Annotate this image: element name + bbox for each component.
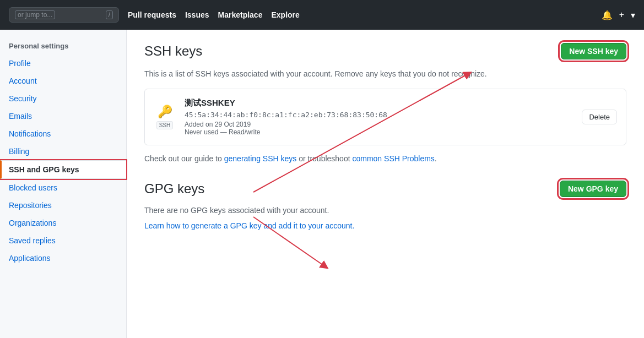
key-usage: Never used — Read/write [185,128,573,136]
search-shortcut: / [106,10,113,19]
sidebar-item-ssh-gpg[interactable]: SSH and GPG keys [0,160,126,179]
ssh-problems-link[interactable]: common SSH Problems [352,154,434,163]
gpg-title: GPG keys [144,181,204,197]
bell-icon[interactable]: 🔔 [602,10,613,20]
sidebar-header: Personal settings [0,39,126,54]
main-content: SSH keys New SSH key This is a list of S… [127,30,644,338]
sidebar-item-notifications[interactable]: Notifications [0,125,126,143]
sidebar-item-emails[interactable]: Emails [0,107,126,125]
sidebar: Personal settings Profile Account Securi… [0,30,127,338]
search-box[interactable]: or jump to... / [9,7,119,23]
ssh-info-text: This is a list of SSH keys associated wi… [144,68,626,80]
sidebar-item-blocked[interactable]: Blocked users [0,179,126,197]
sidebar-item-profile[interactable]: Profile [0,54,126,72]
navbar-links: Pull requests Issues Marketplace Explore [128,10,300,19]
navbar-right: 🔔 + ▾ [602,10,635,20]
search-placeholder: or jump to... [15,10,55,19]
chevron-down-icon[interactable]: ▾ [631,10,635,20]
ssh-section-header: SSH keys New SSH key [144,43,626,59]
nav-pull-requests[interactable]: Pull requests [128,10,176,19]
ssh-title: SSH keys [144,43,202,59]
sidebar-item-applications[interactable]: Applications [0,249,126,267]
gpg-empty-text: There are no GPG keys associated with yo… [144,206,626,215]
key-added: Added on 29 Oct 2019 [185,121,573,128]
gpg-learn-link-text: Learn how to generate a GPG key and add … [144,221,626,230]
sidebar-item-billing[interactable]: Billing [0,143,126,160]
key-type-badge: SSH [156,121,174,129]
generating-ssh-keys-link[interactable]: generating SSH keys [224,154,297,163]
ssh-guide-text: Check out our guide to generating SSH ke… [144,154,626,163]
sidebar-item-security[interactable]: Security [0,90,126,107]
navbar: or jump to... / Pull requests Issues Mar… [0,0,644,30]
sidebar-item-account[interactable]: Account [0,72,126,90]
sidebar-item-repositories[interactable]: Repositories [0,197,126,214]
key-name: 测试SSHKEY [185,98,573,108]
gpg-learn-link[interactable]: Learn how to generate a GPG key and add … [144,221,354,230]
gpg-section-header: GPG keys New GPG key [144,181,626,197]
sidebar-item-saved-replies[interactable]: Saved replies [0,232,126,249]
sidebar-item-organizations[interactable]: Organizations [0,214,126,232]
key-icon-wrapper: 🔑 SSH [154,105,176,129]
new-gpg-key-button[interactable]: New GPG key [560,181,626,197]
key-details: 测试SSHKEY 45:5a:34:44:ab:f0:8c:a1:fc:a2:e… [185,98,573,136]
nav-explore[interactable]: Explore [271,10,299,19]
nav-issues[interactable]: Issues [185,10,209,19]
page-layout: Personal settings Profile Account Securi… [0,30,644,338]
nav-marketplace[interactable]: Marketplace [218,10,263,19]
delete-key-button[interactable]: Delete [582,110,617,124]
plus-icon[interactable]: + [619,10,624,20]
key-icon: 🔑 [158,105,172,119]
ssh-key-card: 🔑 SSH 测试SSHKEY 45:5a:34:44:ab:f0:8c:a1:f… [144,89,626,145]
new-ssh-key-button[interactable]: New SSH key [561,43,626,59]
key-fingerprint: 45:5a:34:44:ab:f0:8c:a1:fc:a2:eb:73:68:8… [185,111,573,119]
